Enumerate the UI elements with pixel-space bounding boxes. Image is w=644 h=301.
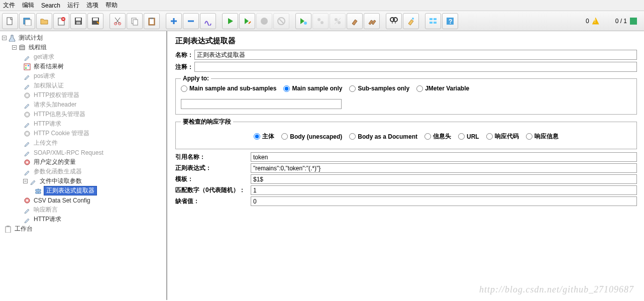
tree-item[interactable]: HTTP请求 xyxy=(33,120,62,128)
save-button[interactable] xyxy=(70,13,86,29)
close-button[interactable] xyxy=(53,13,69,29)
comment-input[interactable] xyxy=(194,62,637,72)
template-input[interactable] xyxy=(251,174,637,184)
templates-button[interactable] xyxy=(19,13,35,29)
toggle-icon[interactable]: − xyxy=(12,45,17,50)
tree-item[interactable]: 正则表达式提取器 xyxy=(44,186,97,195)
tree-item[interactable]: 上传文件 xyxy=(33,139,59,147)
save-as-button[interactable] xyxy=(87,13,103,29)
apply-radio-2[interactable]: Sub-samples only xyxy=(349,85,409,92)
tree-item[interactable]: HTTP信息头管理器 xyxy=(33,110,86,119)
apply-radio-0[interactable]: Main sample and sub-samples xyxy=(181,85,276,92)
search-button[interactable] xyxy=(386,13,402,29)
help-button[interactable]: ? xyxy=(442,13,458,29)
tree-thread-group[interactable]: 线程组 xyxy=(28,43,48,52)
tree-item[interactable]: get请求 xyxy=(33,53,55,61)
field-radio-4[interactable]: URL xyxy=(458,133,479,140)
match-input[interactable] xyxy=(251,185,637,195)
remote-stop-button[interactable] xyxy=(330,13,346,29)
stop-button[interactable] xyxy=(256,13,272,29)
menu-search[interactable]: Search xyxy=(41,2,60,9)
editor-panel: 正则表达式提取器 名称： 注释： Apply to: Main sample a… xyxy=(167,31,644,300)
toggle-button[interactable] xyxy=(200,13,216,29)
apply-radio-3[interactable]: JMeter Variable xyxy=(416,85,469,92)
function-helper-button[interactable] xyxy=(425,13,441,29)
menu-options[interactable]: 选项 xyxy=(86,1,98,10)
field-radio-3[interactable]: 信息头 xyxy=(424,132,451,141)
refname-label: 引用名称： xyxy=(175,153,251,161)
cut-button[interactable] xyxy=(110,13,126,29)
svg-rect-15 xyxy=(150,19,154,24)
template-label: 模板： xyxy=(175,175,251,183)
tree-item[interactable]: 参数化函数生成器 xyxy=(33,167,83,176)
tree-item[interactable]: 用户定义的变量 xyxy=(33,158,77,166)
reset-search-button[interactable] xyxy=(403,13,419,29)
apply-to-legend: Apply to: xyxy=(181,75,211,82)
tree-item[interactable]: 请求头加header xyxy=(33,101,77,109)
remote-start-all-button[interactable] xyxy=(312,13,329,29)
svg-rect-27 xyxy=(430,18,433,20)
collapse-button[interactable] xyxy=(183,13,199,29)
gear-icon xyxy=(23,130,31,138)
new-button[interactable] xyxy=(2,13,18,29)
tree-item[interactable]: HTTP Cookie 管理器 xyxy=(33,129,90,138)
field-radio-1[interactable]: Body (unescaped) xyxy=(281,133,342,140)
tree-test-plan[interactable]: 测试计划 xyxy=(18,34,44,42)
tree-item[interactable]: 加权限认证 xyxy=(33,81,65,90)
menu-help[interactable]: 帮助 xyxy=(105,1,118,10)
dropper-icon xyxy=(23,216,31,224)
svg-rect-13 xyxy=(133,20,138,25)
svg-point-20 xyxy=(317,18,320,21)
open-button[interactable] xyxy=(36,13,52,29)
tree-item[interactable]: pos请求 xyxy=(33,72,56,80)
copy-button[interactable] xyxy=(127,13,143,29)
paste-button[interactable] xyxy=(144,13,160,29)
shutdown-button[interactable] xyxy=(273,13,289,29)
watermark: http://blog.csdn.net/github_27109687 xyxy=(479,284,634,295)
tree-item[interactable]: HTTP授权管理器 xyxy=(33,91,80,99)
default-input[interactable] xyxy=(251,196,637,206)
flask-icon xyxy=(8,34,16,42)
regex-input[interactable] xyxy=(251,163,637,173)
start-no-pause-button[interactable] xyxy=(239,13,255,29)
dropper-icon xyxy=(23,168,31,176)
clear-all-button[interactable] xyxy=(364,13,380,29)
svg-rect-7 xyxy=(76,22,80,24)
start-button[interactable] xyxy=(222,13,238,29)
name-label: 名称： xyxy=(175,51,194,59)
spool-icon xyxy=(18,44,26,52)
toggle-icon[interactable]: − xyxy=(2,36,7,40)
tree-item[interactable]: 响应断言 xyxy=(33,206,59,214)
name-input[interactable] xyxy=(194,50,637,60)
expand-button[interactable] xyxy=(166,13,182,29)
svg-rect-6 xyxy=(76,18,81,21)
clear-button[interactable] xyxy=(347,13,363,29)
tree-workbench[interactable]: 工作台 xyxy=(14,225,34,233)
tree-item[interactable]: HTTP请求 xyxy=(33,215,62,224)
tree-item[interactable]: 文件中读取参数 xyxy=(39,177,83,185)
field-radio-5[interactable]: 响应代码 xyxy=(486,132,519,141)
apply-radio-1[interactable]: Main sample only xyxy=(283,85,342,92)
tree-item[interactable]: CSV Data Set Config xyxy=(33,197,91,204)
svg-rect-49 xyxy=(6,227,11,233)
panel-title: 正则表达式提取器 xyxy=(175,36,637,46)
field-radio-6[interactable]: 响应信息 xyxy=(526,132,559,141)
menu-file[interactable]: 文件 xyxy=(3,1,15,10)
remote-start-button[interactable] xyxy=(295,13,311,29)
gear-red-icon xyxy=(23,158,31,166)
tree-item[interactable]: SOAP/XML-RPC Request xyxy=(33,149,104,156)
toggle-icon[interactable]: − xyxy=(23,179,28,183)
response-field-fieldset: 要检查的响应字段 主体Body (unescaped)Body as a Doc… xyxy=(175,118,637,149)
field-radio-2[interactable]: Body as a Document xyxy=(349,133,417,140)
test-plan-tree[interactable]: −测试计划 −线程组 get请求察看结果树pos请求加权限认证HTTP授权管理器… xyxy=(0,31,167,300)
response-field-legend: 要检查的响应字段 xyxy=(181,118,233,126)
clipboard-icon xyxy=(4,225,12,233)
menu-bar: 文件 编辑 Search 运行 选项 帮助 xyxy=(0,0,644,11)
menu-run[interactable]: 运行 xyxy=(67,1,79,10)
menu-edit[interactable]: 编辑 xyxy=(22,1,34,10)
field-radio-0[interactable]: 主体 xyxy=(254,132,274,141)
svg-point-19 xyxy=(304,22,307,25)
tree-item[interactable]: 察看结果树 xyxy=(33,62,65,71)
refname-input[interactable] xyxy=(251,152,637,162)
jmeter-variable-input[interactable] xyxy=(181,99,342,109)
